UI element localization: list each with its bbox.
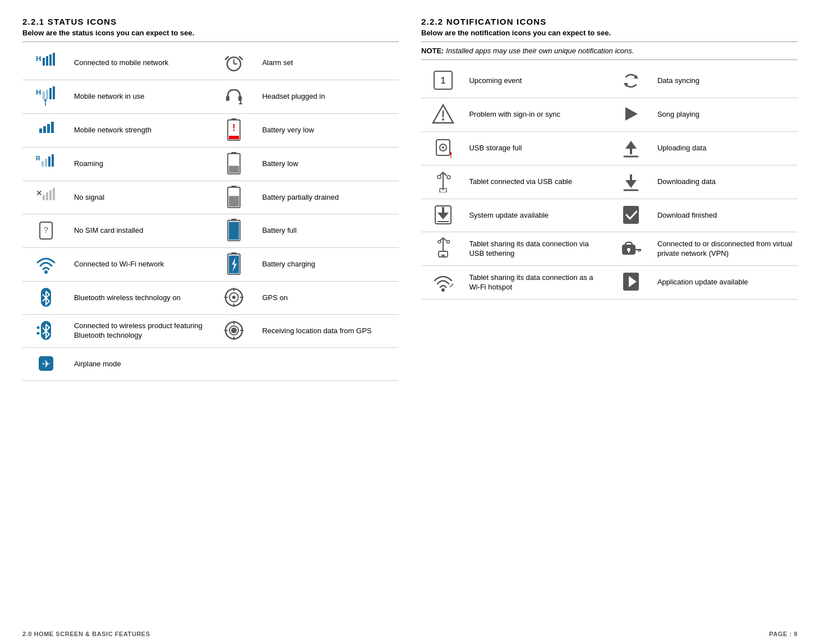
battery-partial-label: Battery partially drained <box>257 181 399 214</box>
table-row: Tablet sharing its data connection as a … <box>421 266 798 300</box>
bluetooth-on-icon <box>34 285 58 310</box>
table-row: R Roaming <box>22 147 399 181</box>
svg-rect-11 <box>43 91 45 99</box>
icon-cell: 1 <box>421 65 464 98</box>
svg-rect-31 <box>45 159 47 167</box>
icon-cell <box>609 232 652 266</box>
tablet-usb-icon <box>431 169 455 194</box>
no-sim-icon: ? <box>34 218 58 243</box>
airplane-label: Airplane mode <box>70 348 211 381</box>
wifi-label: Connected to Wi-Fi network <box>70 248 211 282</box>
upcoming-event-icon: 1 <box>431 68 455 93</box>
song-playing-label: Song playing <box>653 98 798 131</box>
icon-cell: ! <box>421 131 464 165</box>
icon-cell <box>211 248 258 282</box>
table-row: Bluetooth wireless technology on <box>22 282 399 315</box>
table-row: System update available Download finishe… <box>421 199 798 232</box>
table-row: Connected to wireless product featuring … <box>22 315 399 348</box>
icon-cell: ✕ <box>22 181 70 214</box>
table-row: 1 Upcoming event <box>421 65 798 98</box>
icon-cell: H <box>22 47 70 80</box>
table-row: H Mobile network in use <box>22 80 399 113</box>
icon-cell <box>421 98 464 131</box>
icon-cell <box>211 181 258 214</box>
table-row: Mobile network strength ! Battery very l… <box>22 113 399 147</box>
icon-cell <box>421 165 464 199</box>
system-update-icon <box>431 203 455 227</box>
svg-rect-18 <box>238 96 242 101</box>
no-signal-label: No signal <box>70 181 211 214</box>
icon-cell <box>211 348 258 381</box>
download-finished-label: Download finished <box>653 199 798 232</box>
icon-cell <box>421 232 464 266</box>
battery-low-label: Battery low <box>257 147 399 181</box>
svg-line-8 <box>225 57 228 59</box>
svg-rect-27 <box>229 136 239 139</box>
alarm-icon <box>222 50 246 75</box>
roaming-label: Roaming <box>70 147 211 181</box>
app-update-label: Application update available <box>653 266 798 300</box>
table-row: ! USB storage full <box>421 131 798 165</box>
headset-label: Headset plugged in <box>257 80 399 113</box>
icon-cell <box>211 214 258 248</box>
table-row: Problem with sign-in or sync Song playin… <box>421 98 798 131</box>
status-icons-section: 2.2.1 STATUS ICONS Below are the status … <box>22 17 399 381</box>
svg-rect-23 <box>47 124 50 133</box>
svg-text:!: ! <box>233 122 236 132</box>
mobile-strength-label: Mobile network strength <box>70 113 211 147</box>
battery-verylow-label: Battery very low <box>257 113 399 147</box>
downloading-label: Downloading data <box>653 165 798 199</box>
icon-cell: ✈ <box>22 348 70 381</box>
svg-rect-22 <box>43 126 46 133</box>
tablet-usb-label: Tablet connected via USB cable <box>464 165 609 199</box>
table-row: ✈ Airplane mode <box>22 348 399 381</box>
no-sim-label: No SIM card installed <box>70 214 211 248</box>
icon-cell <box>609 199 652 232</box>
bluetooth-on-label: Bluetooth wireless technology on <box>70 282 211 315</box>
notification-icons-subtitle: Below are the notification icons you can… <box>421 29 798 37</box>
svg-marker-88 <box>625 141 637 149</box>
download-finished-icon <box>619 203 643 227</box>
vpn-icon <box>619 236 643 260</box>
app-update-icon <box>619 269 643 294</box>
no-signal-icon: ✕ <box>34 185 58 209</box>
svg-rect-40 <box>49 190 52 200</box>
table-row: Tablet sharing its data connection via U… <box>421 232 798 266</box>
svg-rect-2 <box>46 56 48 66</box>
uploading-icon <box>619 135 643 160</box>
svg-rect-89 <box>630 149 632 154</box>
headset-icon <box>222 84 246 108</box>
footer-left: 2.0 HOME SCREEN & BASIC FEATURES <box>22 631 150 637</box>
sign-in-problem-icon <box>431 102 455 126</box>
svg-text:!: ! <box>449 150 452 159</box>
svg-rect-14 <box>53 86 55 99</box>
svg-point-73 <box>231 328 237 333</box>
connected-mobile-label: Connected to mobile network <box>70 47 211 80</box>
mobile-in-use-label: Mobile network in use <box>70 80 211 113</box>
gps-receiving-icon <box>222 318 246 343</box>
icon-cell <box>609 165 652 199</box>
icon-cell: R <box>22 147 70 181</box>
svg-line-9 <box>239 57 242 59</box>
svg-rect-12 <box>46 90 48 99</box>
icon-cell <box>609 266 652 300</box>
svg-text:?: ? <box>44 226 48 234</box>
icon-cell <box>22 113 70 147</box>
svg-line-122 <box>450 284 453 287</box>
footer-right: PAGE : 9 <box>769 631 798 637</box>
svg-rect-41 <box>53 188 55 200</box>
note-content: Installed apps may use their own unique … <box>446 47 634 55</box>
svg-rect-117 <box>628 250 629 253</box>
icon-cell <box>421 199 464 232</box>
icon-cell: ! <box>211 113 258 147</box>
svg-rect-36 <box>229 165 239 173</box>
page-footer: 2.0 HOME SCREEN & BASIC FEATURES PAGE : … <box>22 631 798 637</box>
svg-rect-24 <box>51 122 54 133</box>
usb-tethering-label: Tablet sharing its data connection via U… <box>464 232 609 266</box>
icon-cell <box>211 315 258 348</box>
bluetooth-connected-label: Connected to wireless product featuring … <box>70 315 211 348</box>
icon-cell <box>609 65 652 98</box>
battery-verylow-icon: ! <box>222 117 246 142</box>
mobile-network-icon: H <box>34 50 58 75</box>
gps-on-label: GPS on <box>257 282 399 315</box>
